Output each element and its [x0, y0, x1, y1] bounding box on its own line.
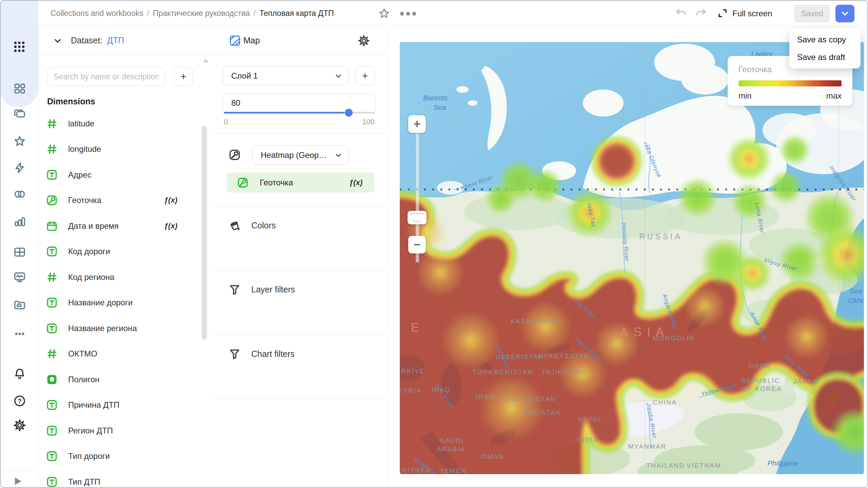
notifications-bell-icon[interactable]: [13, 367, 26, 381]
save-menu: Save as copySave as draft: [789, 28, 861, 68]
map-label: IRAQ: [432, 386, 451, 393]
divider: [214, 134, 387, 134]
dataset-scrollbar[interactable]: [202, 126, 207, 340]
dataset-panel: Dataset: ДТП + Dimensions latitude longi…: [38, 26, 214, 487]
breadcrumb-separator: /: [143, 9, 153, 18]
dataset-name-link[interactable]: ДТП: [107, 36, 124, 45]
geopoint-field-chip[interactable]: Геоточка ƒ(x): [226, 172, 374, 192]
map-label: YEMEN: [439, 467, 467, 474]
sidebar-item-more[interactable]: [13, 327, 26, 341]
search-input[interactable]: [47, 67, 165, 86]
zoom-out-button[interactable]: −: [408, 236, 426, 253]
sidebar: ?: [1, 26, 39, 487]
formula-badge: ƒ(x): [349, 178, 362, 187]
field-name: Регион ДТП: [68, 426, 198, 435]
fullscreen-label[interactable]: Full screen: [732, 1, 772, 26]
dimension-row[interactable]: ОКТМО: [38, 341, 198, 367]
field-type-icon: [46, 245, 58, 258]
map-label: UZBEKISTAN: [496, 353, 544, 360]
divider: [214, 399, 387, 399]
dimension-row[interactable]: Адрес: [38, 162, 198, 188]
field-name: Код региона: [68, 272, 198, 282]
dimension-row[interactable]: Причина ДТП: [38, 392, 198, 418]
dimension-row[interactable]: Полигон: [38, 367, 198, 392]
legend-gradient-bar: [738, 80, 842, 86]
dimension-row[interactable]: Код региона: [38, 264, 198, 290]
map-label: OMAN: [481, 453, 504, 460]
map-label: VIETNAM: [687, 462, 721, 469]
sidebar-item-dashboards[interactable]: [13, 82, 26, 95]
field-name: longitude: [68, 144, 198, 154]
sidebar-item-monitoring[interactable]: [13, 270, 26, 284]
map-label: Barents: [423, 94, 448, 102]
dataset-collapse-icon[interactable]: [52, 35, 63, 46]
dimension-row[interactable]: Тип ДТП: [38, 469, 198, 487]
map-settings-gear-icon[interactable]: [357, 34, 370, 47]
favorite-star-icon[interactable]: [378, 7, 391, 20]
dimension-row[interactable]: Название региона: [38, 316, 198, 341]
saved-button[interactable]: Saved: [794, 5, 830, 22]
field-type-icon: [46, 348, 58, 360]
dimension-row[interactable]: Название дороги: [38, 290, 198, 316]
zoom-slider-handle[interactable]: [408, 211, 427, 224]
dimension-row[interactable]: longitude: [38, 137, 198, 162]
layer-select[interactable]: Слой 1: [223, 66, 349, 85]
sidebar-expand-icon[interactable]: [15, 477, 21, 485]
save-menu-item[interactable]: Save as copy: [792, 31, 858, 48]
sidebar-item-tables[interactable]: [13, 245, 26, 259]
fullscreen-icon[interactable]: [717, 7, 728, 19]
field-name: Дата и время: [68, 221, 164, 231]
field-type-icon: [46, 169, 58, 181]
dimension-row[interactable]: latitude: [38, 111, 198, 137]
opacity-slider-track[interactable]: [224, 112, 375, 114]
dimension-row[interactable]: Геоточка ƒ(x): [38, 188, 198, 214]
scroll-up-icon[interactable]: [203, 59, 209, 62]
apps-grid-icon[interactable]: [13, 40, 26, 54]
dimension-row[interactable]: Тип дороги: [38, 444, 198, 469]
undo-icon[interactable]: [675, 7, 688, 20]
sidebar-item-datasets[interactable]: [13, 187, 26, 201]
sidebar-item-files[interactable]: [13, 298, 26, 312]
chevron-down-icon: [840, 8, 850, 19]
save-dropdown-button[interactable]: [835, 5, 854, 22]
chart-type-title: Map: [243, 36, 260, 45]
breadcrumb-item[interactable]: Collections and workbooks: [51, 9, 143, 18]
map-label: DPRK: [749, 363, 771, 370]
legend-max: max: [826, 91, 842, 101]
legend-min: min: [738, 91, 752, 101]
redo-icon[interactable]: [694, 7, 707, 20]
breadcrumb-item[interactable]: Практические руководства: [153, 9, 250, 18]
map-label: INDIA: [577, 436, 598, 443]
help-icon[interactable]: ?: [13, 394, 26, 408]
field-type-icon: [46, 297, 58, 309]
breadcrumb-item[interactable]: Тепловая карта ДТП: [259, 9, 334, 18]
chart-filters-section[interactable]: Chart filters: [214, 344, 387, 364]
map-canvas[interactable]: BarentsSeaLaptevSeaOkhoPhilippineKheta R…: [400, 42, 864, 474]
sidebar-item-collections[interactable]: [13, 107, 26, 120]
map-chart-icon: [229, 34, 241, 47]
opacity-slider-handle[interactable]: [345, 109, 353, 117]
field-type-icon: [46, 450, 58, 462]
colors-section[interactable]: Colors: [214, 216, 387, 235]
add-layer-button[interactable]: +: [355, 66, 375, 85]
sidebar-divider: [1, 470, 38, 470]
dimension-row[interactable]: Код дороги: [38, 239, 198, 265]
map-label: Sea: [849, 287, 862, 295]
layer-type-select[interactable]: Heatmap (Geop…: [252, 145, 349, 165]
sidebar-item-charts[interactable]: [13, 215, 26, 228]
map-label: JAPAN: [793, 378, 818, 385]
add-field-button[interactable]: +: [174, 67, 193, 86]
layer-select-value: Слой 1: [231, 71, 333, 81]
map-label: PAKISTAN: [523, 409, 561, 416]
sidebar-item-quick-actions[interactable]: [13, 161, 26, 175]
settings-gear-icon[interactable]: [13, 419, 26, 432]
save-menu-item[interactable]: Save as draft: [792, 48, 858, 66]
dimension-row[interactable]: Дата и время ƒ(x): [38, 213, 198, 239]
more-actions-icon[interactable]: [400, 9, 418, 18]
dimension-row[interactable]: Регион ДТП: [38, 418, 198, 444]
map-label: SAUDI: [440, 437, 464, 444]
sidebar-item-favorites[interactable]: [13, 135, 26, 148]
layer-filters-section[interactable]: Layer filters: [214, 280, 387, 299]
map-label: RUSSIA: [639, 232, 683, 241]
zoom-in-button[interactable]: +: [408, 115, 426, 133]
